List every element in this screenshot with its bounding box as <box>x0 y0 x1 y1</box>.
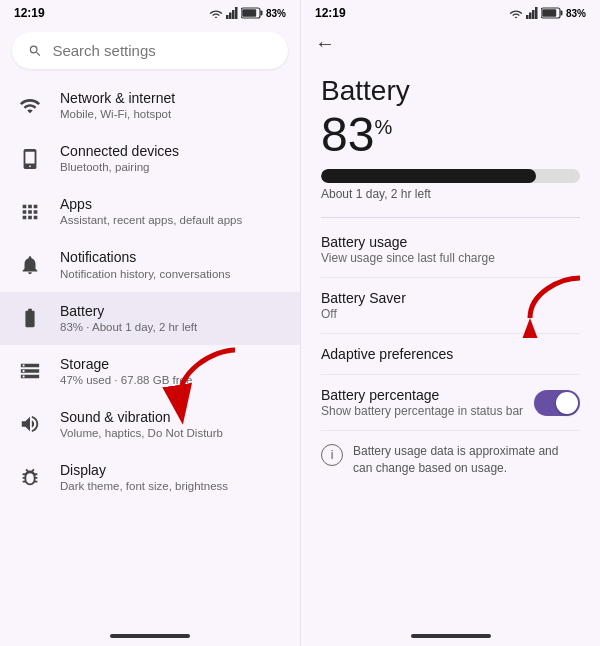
svg-rect-14 <box>542 9 556 17</box>
battery-saver-title: Battery Saver <box>321 290 580 306</box>
notifications-icon <box>16 251 44 279</box>
battery-content: Battery 83% About 1 day, 2 hr left Batte… <box>301 63 600 626</box>
toggle-thumb <box>556 392 578 414</box>
battery-saver-subtitle: Off <box>321 307 580 321</box>
notifications-title: Notifications <box>60 248 230 266</box>
battery-percentage-title: Battery percentage <box>321 387 523 403</box>
left-home-indicator <box>0 626 300 646</box>
svg-rect-6 <box>242 9 256 17</box>
connected-icon <box>16 145 44 173</box>
sidebar-item-sound[interactable]: Sound & vibration Volume, haptics, Do No… <box>0 398 300 451</box>
sidebar-item-display[interactable]: Display Dark theme, font size, brightnes… <box>0 451 300 504</box>
apps-icon <box>16 198 44 226</box>
sidebar-item-apps[interactable]: Apps Assistant, recent apps, default app… <box>0 185 300 238</box>
right-wifi-icon <box>509 8 523 19</box>
right-home-indicator <box>301 626 600 646</box>
wifi-status-icon <box>209 8 223 19</box>
battery-percentage-option[interactable]: Battery percentage Show battery percenta… <box>321 375 580 431</box>
left-home-bar <box>110 634 190 638</box>
battery-time-left: About 1 day, 2 hr left <box>321 187 580 201</box>
connected-subtitle: Bluetooth, pairing <box>60 160 179 175</box>
info-icon: i <box>321 444 343 466</box>
left-time: 12:19 <box>14 6 45 20</box>
storage-text: Storage 47% used · 67.88 GB free <box>60 355 192 388</box>
battery-usage-title: Battery usage <box>321 234 580 250</box>
right-panel: 12:19 83% ← Battery 83% <box>300 0 600 646</box>
battery-bar <box>321 169 580 183</box>
svg-rect-2 <box>232 10 235 19</box>
network-icon <box>16 92 44 120</box>
svg-rect-0 <box>226 15 229 19</box>
battery-status-icon <box>241 7 263 19</box>
search-icon <box>28 43 42 59</box>
svg-rect-11 <box>535 7 538 19</box>
right-battery-icon <box>541 7 563 19</box>
battery-subtitle: 83% · About 1 day, 2 hr left <box>60 320 197 335</box>
sound-title: Sound & vibration <box>60 408 223 426</box>
connected-text: Connected devices Bluetooth, pairing <box>60 142 179 175</box>
left-panel: 12:19 83% <box>0 0 300 646</box>
signal-icon <box>226 7 238 19</box>
svg-rect-8 <box>526 15 529 19</box>
sound-text: Sound & vibration Volume, haptics, Do No… <box>60 408 223 441</box>
battery-icon <box>16 304 44 332</box>
battery-percent-status: 83% <box>266 8 286 19</box>
battery-percentage-toggle[interactable] <box>534 390 580 416</box>
right-status-icons: 83% <box>509 7 586 19</box>
connected-title: Connected devices <box>60 142 179 160</box>
sidebar-item-network[interactable]: Network & internet Mobile, Wi-Fi, hotspo… <box>0 79 300 132</box>
notifications-text: Notifications Notification history, conv… <box>60 248 230 281</box>
left-status-bar: 12:19 83% <box>0 0 300 24</box>
sound-icon <box>16 410 44 438</box>
info-text: Battery usage data is approximate and ca… <box>353 443 580 477</box>
apps-title: Apps <box>60 195 242 213</box>
battery-title: Battery <box>60 302 197 320</box>
battery-percentage-text: Battery percentage Show battery percenta… <box>321 387 523 418</box>
network-subtitle: Mobile, Wi-Fi, hotspot <box>60 107 175 122</box>
left-status-icons: 83% <box>209 7 286 19</box>
battery-page-title: Battery <box>321 75 580 107</box>
display-subtitle: Dark theme, font size, brightness <box>60 479 228 494</box>
battery-percentage-subtitle: Show battery percentage in status bar <box>321 404 523 418</box>
search-bar[interactable] <box>12 32 288 69</box>
right-signal-icon <box>526 7 538 19</box>
battery-percent-display: 83% <box>321 111 580 159</box>
svg-rect-10 <box>532 10 535 19</box>
svg-rect-1 <box>229 13 232 20</box>
right-battery-percent: 83% <box>566 8 586 19</box>
svg-rect-5 <box>260 11 262 16</box>
storage-title: Storage <box>60 355 192 373</box>
sound-subtitle: Volume, haptics, Do Not Disturb <box>60 426 223 441</box>
right-time: 12:19 <box>315 6 346 20</box>
svg-rect-13 <box>560 11 562 16</box>
back-button[interactable]: ← <box>301 24 600 63</box>
divider-1 <box>321 217 580 218</box>
sidebar-item-notifications[interactable]: Notifications Notification history, conv… <box>0 238 300 291</box>
battery-usage-subtitle: View usage since last full charge <box>321 251 580 265</box>
sidebar-item-battery[interactable]: Battery 83% · About 1 day, 2 hr left <box>0 292 300 345</box>
display-title: Display <box>60 461 228 479</box>
svg-rect-3 <box>235 7 238 19</box>
info-section: i Battery usage data is approximate and … <box>321 431 580 489</box>
settings-list: Network & internet Mobile, Wi-Fi, hotspo… <box>0 79 300 626</box>
right-home-bar <box>411 634 491 638</box>
search-input[interactable] <box>52 42 272 59</box>
sidebar-item-storage[interactable]: Storage 47% used · 67.88 GB free <box>0 345 300 398</box>
network-title: Network & internet <box>60 89 175 107</box>
adaptive-option[interactable]: Adaptive preferences <box>321 334 580 375</box>
network-text: Network & internet Mobile, Wi-Fi, hotspo… <box>60 89 175 122</box>
apps-text: Apps Assistant, recent apps, default app… <box>60 195 242 228</box>
battery-bar-fill <box>321 169 536 183</box>
sidebar-item-connected[interactable]: Connected devices Bluetooth, pairing <box>0 132 300 185</box>
battery-usage-option[interactable]: Battery usage View usage since last full… <box>321 222 580 278</box>
svg-rect-9 <box>529 13 532 20</box>
adaptive-title: Adaptive preferences <box>321 346 580 362</box>
display-text: Display Dark theme, font size, brightnes… <box>60 461 228 494</box>
battery-text: Battery 83% · About 1 day, 2 hr left <box>60 302 197 335</box>
battery-saver-option[interactable]: Battery Saver Off <box>321 278 580 334</box>
right-status-bar: 12:19 83% <box>301 0 600 24</box>
notifications-subtitle: Notification history, conversations <box>60 267 230 282</box>
storage-subtitle: 47% used · 67.88 GB free <box>60 373 192 388</box>
display-icon <box>16 463 44 491</box>
storage-icon <box>16 357 44 385</box>
